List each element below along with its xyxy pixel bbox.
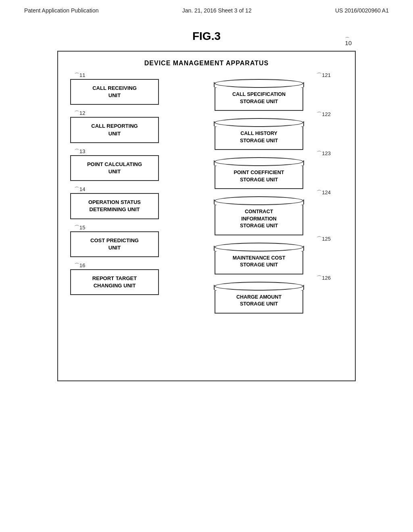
storage-wrapper-125: ⌒125 MAINTENANCE COST STORAGE UNIT: [175, 243, 343, 274]
right-column: ⌒121 CALL SPECIFICATION STORAGE UNIT ⌒12…: [175, 79, 343, 314]
cylinder-top-121: [215, 79, 303, 88]
charge-amount-storage: CHARGE AMOUNT STORAGE UNIT: [215, 282, 303, 314]
call-history-storage: CALL HISTORY STORAGE UNIT: [215, 118, 303, 150]
apparatus-title: DEVICE MANAGEMENT APPARATUS: [70, 60, 343, 67]
diagram-area: 10 DEVICE MANAGEMENT APPARATUS ⌒11 CALL …: [57, 51, 356, 381]
unit-number-16: ⌒16: [74, 262, 85, 269]
unit-number-15: ⌒15: [74, 224, 85, 231]
storage-number-123: ⌒123: [317, 150, 331, 157]
unit-wrapper-14: ⌒14 OPERATION STATUS DETERMINING UNIT: [70, 193, 159, 219]
storage-number-121: ⌒121: [317, 72, 331, 79]
cylinder-top-125: [215, 243, 303, 251]
cylinder-top-123: [215, 157, 303, 166]
unit-wrapper-16: ⌒16 REPORT TARGET CHANGING UNIT: [70, 269, 159, 295]
storage-wrapper-121: ⌒121 CALL SPECIFICATION STORAGE UNIT: [175, 79, 343, 111]
storage-number-125: ⌒125: [317, 235, 331, 243]
cylinder-top-124: [215, 196, 303, 205]
storage-wrapper-126: ⌒126 CHARGE AMOUNT STORAGE UNIT: [175, 282, 343, 314]
maintenance-cost-storage: MAINTENANCE COST STORAGE UNIT: [215, 243, 303, 274]
main-box: DEVICE MANAGEMENT APPARATUS ⌒11 CALL REC…: [57, 51, 356, 381]
storage-number-126: ⌒126: [317, 274, 331, 282]
point-calculating-unit: POINT CALCULATING UNIT: [70, 155, 159, 181]
left-column: ⌒11 CALL RECEIVING UNIT ⌒12 CALL REPORTI…: [70, 79, 159, 314]
storage-wrapper-124: ⌒124 CONTRACT INFORMATION STORAGE UNIT: [175, 196, 343, 235]
call-reporting-unit: CALL REPORTING UNIT: [70, 117, 159, 143]
contract-information-storage: CONTRACT INFORMATION STORAGE UNIT: [215, 196, 303, 235]
unit-number-14: ⌒14: [74, 186, 85, 193]
header-right: US 2016/0020960 A1: [335, 7, 389, 14]
call-receiving-unit: CALL RECEIVING UNIT: [70, 79, 159, 105]
cylinder-body-126: CHARGE AMOUNT STORAGE UNIT: [215, 291, 303, 314]
storage-wrapper-122: ⌒122 CALL HISTORY STORAGE UNIT: [175, 118, 343, 150]
cylinder-body-122: CALL HISTORY STORAGE UNIT: [215, 127, 303, 150]
apparatus-number: 10: [345, 39, 352, 46]
header-center: Jan. 21, 2016 Sheet 3 of 12: [182, 7, 252, 14]
unit-wrapper-13: ⌒13 POINT CALCULATING UNIT: [70, 155, 159, 181]
storage-wrapper-123: ⌒123 POINT COEFFICIENT STORAGE UNIT: [175, 157, 343, 189]
call-specification-storage: CALL SPECIFICATION STORAGE UNIT: [215, 79, 303, 111]
operation-status-unit: OPERATION STATUS DETERMINING UNIT: [70, 193, 159, 219]
unit-wrapper-12: ⌒12 CALL REPORTING UNIT: [70, 117, 159, 143]
cylinder-top-122: [215, 118, 303, 127]
cost-predicting-unit: COST PREDICTING UNIT: [70, 231, 159, 257]
content-area: ⌒11 CALL RECEIVING UNIT ⌒12 CALL REPORTI…: [70, 79, 343, 314]
cylinder-body-124: CONTRACT INFORMATION STORAGE UNIT: [215, 205, 303, 235]
cylinder-body-125: MAINTENANCE COST STORAGE UNIT: [215, 251, 303, 274]
report-target-unit: REPORT TARGET CHANGING UNIT: [70, 269, 159, 295]
unit-wrapper-11: ⌒11 CALL RECEIVING UNIT: [70, 79, 159, 105]
page-header: Patent Application Publication Jan. 21, …: [0, 0, 413, 18]
point-coefficient-storage: POINT COEFFICIENT STORAGE UNIT: [215, 157, 303, 189]
header-left: Patent Application Publication: [24, 7, 98, 14]
unit-wrapper-15: ⌒15 COST PREDICTING UNIT: [70, 231, 159, 257]
storage-number-124: ⌒124: [317, 189, 331, 196]
storage-number-122: ⌒122: [317, 111, 331, 118]
unit-number-13: ⌒13: [74, 148, 85, 155]
cylinder-top-126: [215, 282, 303, 291]
cylinder-body-121: CALL SPECIFICATION STORAGE UNIT: [215, 88, 303, 111]
unit-number-12: ⌒12: [74, 110, 85, 117]
unit-number-11: ⌒11: [74, 72, 85, 79]
cylinder-body-123: POINT COEFFICIENT STORAGE UNIT: [215, 166, 303, 189]
